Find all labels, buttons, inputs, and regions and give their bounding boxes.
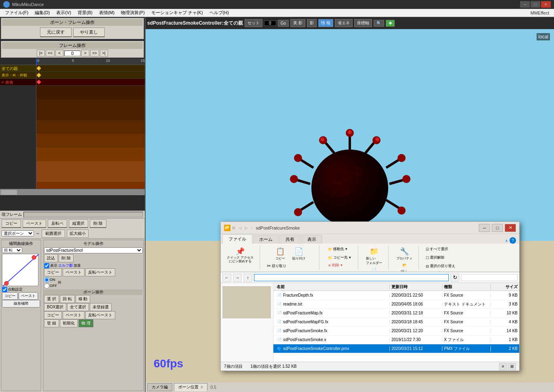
close-button[interactable]: ✕ [541,1,551,8]
move-button[interactable]: 移 動 [76,295,91,303]
select-button[interactable]: 選 択 [44,295,59,303]
fe-copy-to-btn[interactable]: 📁 コピー先 ▾ [326,254,353,261]
search-button[interactable]: 🔍 [374,20,384,27]
bone-select-dropdown[interactable]: 選択ボーン [2,230,34,236]
fe-move-to-btn[interactable]: 📁 移動先 ▾ [326,245,353,253]
menu-help[interactable]: ヘルプ(H) [206,9,232,17]
menu-physics[interactable]: 物理演算(P) [118,9,148,17]
current-frame-scrollbar[interactable] [23,212,143,217]
model-delete-button[interactable]: 削 除 [59,254,74,262]
fe-tab-home[interactable]: ホーム [253,235,279,244]
linear-interp-button[interactable]: 線形補間 [2,300,40,308]
fe-maximize-button[interactable]: □ [492,224,503,232]
range-select-button[interactable]: 範囲選択 [42,230,65,238]
info-button[interactable]: 情 報 [318,19,333,27]
bone-physics-button[interactable]: 物 理 [78,319,93,327]
fe-deselect-btn[interactable]: ☐ 選択解除 [424,254,457,261]
set-button[interactable]: セット [245,19,262,27]
fe-cut-btn[interactable]: ✂ 切り取り [265,262,316,270]
fe-help-icon[interactable]: ? [510,237,516,244]
model-select-dropdown[interactable]: sdPostFractureSmol [44,247,143,253]
fe-view-list-button[interactable]: ≡ [499,363,507,370]
on-radio[interactable] [44,277,49,282]
fe-new-item-btn[interactable]: 📄 [370,266,378,272]
fe-refresh-button[interactable]: ↻ [450,274,459,282]
fe-tab-share[interactable]: 共有 [279,235,300,244]
fe-quick-access-btn[interactable]: 📌 クイック アクセスにピン留めする [224,245,256,265]
bone-tab-close-icon[interactable]: X [201,385,203,389]
unreg-button[interactable]: 未登録選 [90,303,112,311]
rotate-button[interactable]: 回 転 [60,295,75,303]
fe-delete-btn[interactable]: ✕ 削除 ▾ [326,261,355,269]
frame-next-button[interactable]: > [81,50,89,57]
all-select-button[interactable]: 全て選択 [67,303,89,311]
interp-copy-button[interactable]: コピー [2,292,18,300]
fe-invert-select-btn[interactable]: ⊟ 選択の切り替え [424,262,457,270]
fe-file-row-6[interactable]: 🔷 sdPostFractureSmokeController.pmx 2020… [273,344,519,353]
model-paste-button[interactable]: ペースト [63,268,85,276]
fe-forward-nav-button[interactable]: → [233,274,242,282]
box-select-button[interactable]: BOX選択 [44,303,66,311]
frame-next-next-button[interactable]: >> [90,50,99,57]
energy-save-button[interactable]: 省エネ [335,19,353,27]
copy-button[interactable]: コピー [2,219,21,228]
beauty-button[interactable]: 美 影 [290,19,305,27]
reselect-button[interactable]: 縦選択 [69,219,88,228]
fe-copy-btn[interactable]: 📋 コピー [273,245,288,262]
menu-background[interactable]: 背景(B) [74,9,96,17]
fe-rename-btn[interactable]: ✏ 名前の変... ▾ [326,270,355,272]
add-model-button[interactable]: ✚ [386,20,395,27]
menu-view[interactable]: 表示(V) [53,9,74,17]
model-flip-button[interactable]: 反転ペースト [85,268,115,276]
interp-type-select[interactable]: 回 転 [2,247,22,253]
bone-flip-button[interactable]: 反転ペースト [85,311,115,319]
fe-new-folder-btn[interactable]: 📁 新しいフォルダー [363,245,385,266]
fe-search-input[interactable]: sdPostFratcureSmokeの検索 [461,274,518,281]
fe-address-input[interactable]: « Extens... > sdPostFratcureSmoke [254,274,449,281]
fe-back-nav-button[interactable]: ← [222,274,231,282]
fe-up-nav-button[interactable]: ↑ [243,274,252,282]
paste-button[interactable]: ペースト [23,219,46,228]
fe-tab-view[interactable]: 表示 [301,235,322,244]
fe-file-row-2[interactable]: 📄 sdPostFractureMap.fx 2020/03/31 12:18 … [273,309,519,318]
menu-file[interactable]: ファイル(F) [2,9,32,17]
expand-button[interactable]: 拡大縮小 [67,230,89,238]
maximize-button[interactable]: □ [531,1,540,8]
menu-mocap[interactable]: モーションキャプ チャ(K) [148,9,206,17]
frame-end-button[interactable]: >| [100,50,108,57]
bone-register-button[interactable]: 登 録 [44,319,59,327]
off-radio[interactable] [44,283,49,289]
fe-file-row-4[interactable]: 📄 sdPostFractureSmoke.fx 2020/03/21 12:2… [273,327,519,335]
display-checkbox[interactable] [44,263,49,268]
model-copy-button[interactable]: コピー [44,268,62,276]
bone-tab[interactable]: ボーン位置 X [174,383,207,391]
interp-paste-button[interactable]: ペースト [19,292,38,300]
auto-set-checkbox[interactable] [2,287,7,292]
camera-tab[interactable]: カメラ編 [147,383,172,391]
fe-file-row-5[interactable]: 📄 sdPostFractureSmoke.x 2019/11/22 7:30 … [273,335,519,344]
timeline-scrollbar-h[interactable] [0,189,145,195]
fe-select-all-btn[interactable]: ☑ すべて選択 [424,245,457,253]
undo-button[interactable]: 元に戻す [40,27,72,37]
fe-close-button[interactable]: ✕ [505,224,516,232]
fe-tab-file[interactable]: ファイル [222,234,252,244]
redo-button[interactable]: やり直し [73,27,105,37]
fe-open-btn[interactable]: 📂 [400,262,409,268]
bone-paste-button[interactable]: ペースト [63,311,85,319]
flip-paste-button[interactable]: 反転ペ [48,219,67,228]
go-button[interactable]: Go [278,20,289,27]
fe-file-row-0[interactable]: 📄 FractureDepth.fx 2020/03/21 22:50 FX S… [273,291,519,300]
fe-properties-btn[interactable]: 🔧 プロパティ [393,245,415,262]
fe-minimize-button[interactable]: ─ [479,224,490,232]
coord-button[interactable]: 座標軸 [354,19,372,27]
fe-file-row-3[interactable]: 📄 sdPostFractureMapFG.fx 2020/03/18 18:4… [273,318,519,327]
bone-init-button[interactable]: 初期化 [60,319,78,327]
fe-expand-icon[interactable]: ∧ [505,238,508,243]
minimize-button[interactable]: ─ [520,1,530,8]
frame-number-input[interactable] [264,21,276,26]
frame-input[interactable]: 0 [64,51,80,56]
fe-file-row-1[interactable]: 📄 readme.txt 2020/04/05 18:06 テキスト ドキュメン… [273,300,519,309]
model-read-button[interactable]: 読込 [44,254,58,262]
frame-start-button[interactable]: |< [37,50,45,57]
fe-paste-btn[interactable]: 📄 貼り付け [290,245,308,262]
